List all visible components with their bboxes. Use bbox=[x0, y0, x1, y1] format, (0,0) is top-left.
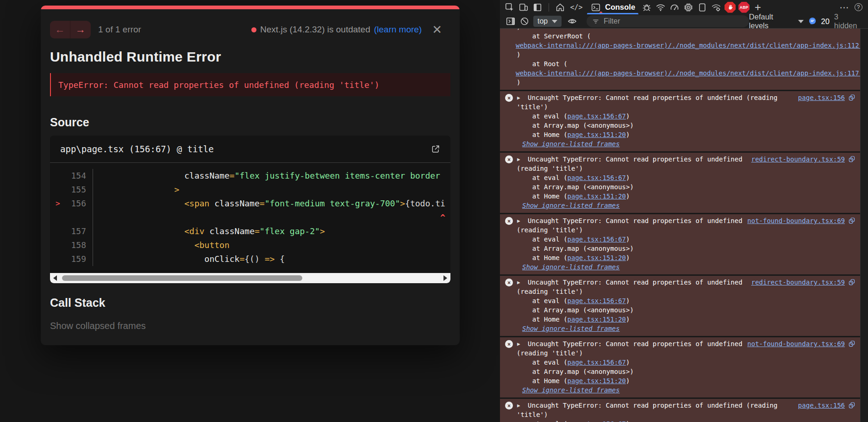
console-error-message: ×▶page.tsx:156Uncaught TypeError: Cannot… bbox=[500, 91, 860, 151]
code-text: ^ bbox=[93, 211, 450, 224]
scrollbar-thumb[interactable] bbox=[62, 275, 302, 281]
code-frame-header: app\page.tsx (156:67) @ title bbox=[50, 136, 450, 163]
stack-frame-link[interactable]: page.tsx:151:20 bbox=[568, 377, 626, 385]
debug-bug-icon[interactable] bbox=[640, 1, 654, 14]
stack-frame-line: at eval (page.tsx:156:67) bbox=[500, 173, 860, 182]
stack-frame-link[interactable]: page.tsx:156:67 bbox=[568, 297, 626, 304]
network-conditions-icon[interactable] bbox=[709, 1, 723, 14]
inspect-icon[interactable] bbox=[503, 1, 517, 14]
copy-icon[interactable] bbox=[848, 402, 856, 409]
issues-count[interactable]: 20 bbox=[821, 17, 830, 26]
memory-cpu-icon[interactable] bbox=[681, 1, 695, 14]
webpack-source-link[interactable]: webpack-internal:///(app-pages-browser)/… bbox=[516, 42, 860, 49]
show-ignore-listed-frames-link[interactable]: Show ignore-listed frames bbox=[522, 325, 620, 332]
expand-triangle-icon[interactable]: ▶ bbox=[517, 401, 520, 410]
expand-triangle-icon[interactable]: ▶ bbox=[517, 278, 520, 287]
console-toolbar-right: Default levels 20 3 hidden bbox=[749, 12, 864, 30]
stack-frame-link[interactable]: page.tsx:151:20 bbox=[568, 131, 626, 138]
expand-triangle-icon[interactable]: ▶ bbox=[517, 340, 520, 349]
source-file-link[interactable]: not-found-boundary.tsx:69 bbox=[747, 339, 845, 348]
stack-frame-link[interactable]: page.tsx:156:67 bbox=[568, 174, 626, 181]
error-count-icon: × bbox=[505, 94, 513, 102]
next-error-button[interactable]: → bbox=[70, 21, 91, 38]
javascript-context-dropdown[interactable]: top bbox=[533, 16, 562, 27]
stack-frame-link[interactable]: page.tsx:151:20 bbox=[568, 254, 626, 261]
webpack-source-link[interactable]: webpack-internal:///(app-pages-browser)/… bbox=[516, 69, 860, 77]
line-number: 155 bbox=[50, 183, 93, 197]
hidden-messages-count[interactable]: 3 hidden bbox=[834, 12, 862, 30]
adblock-abp-icon[interactable]: ABP bbox=[737, 1, 751, 14]
source-file-link[interactable]: redirect-boundary.tsx:59 bbox=[751, 155, 845, 164]
copy-icon[interactable] bbox=[848, 217, 856, 224]
stack-frame-line: at eval (page.tsx:156:67) bbox=[500, 419, 860, 422]
show-ignore-listed-frames: Show ignore-listed frames bbox=[500, 385, 860, 395]
clear-console-icon[interactable] bbox=[518, 15, 531, 28]
network-wifi-icon[interactable] bbox=[654, 1, 668, 14]
filter-input[interactable] bbox=[604, 17, 743, 25]
line-number: 157 bbox=[50, 224, 93, 238]
scroll-right-arrow-icon[interactable] bbox=[443, 275, 447, 281]
open-in-editor-icon[interactable] bbox=[431, 144, 440, 154]
stack-frame-line: at Home (page.tsx:151:20) bbox=[500, 315, 860, 324]
source-location: redirect-boundary.tsx:59 bbox=[751, 278, 856, 287]
performance-gauge-icon[interactable] bbox=[668, 1, 681, 14]
line-number: 159 bbox=[50, 252, 93, 266]
stack-frame-line: at eval (page.tsx:156:67) bbox=[500, 112, 860, 121]
stack-frame-link[interactable]: page.tsx:151:20 bbox=[568, 316, 626, 323]
add-tab-plus-icon[interactable]: + bbox=[751, 1, 765, 14]
console-error-stack-tail: ) at ServerRoot (webpack-internal:///(ap… bbox=[500, 29, 860, 90]
stack-frame-line: at eval (page.tsx:156:67) bbox=[500, 296, 860, 305]
more-options-icon[interactable]: ⋯ bbox=[837, 1, 851, 14]
dock-console-icon[interactable] bbox=[504, 15, 518, 28]
stack-frame-link[interactable]: page.tsx:156:67 bbox=[568, 420, 626, 422]
expand-triangle-icon[interactable]: ▶ bbox=[517, 217, 520, 226]
error-text-line: (reading 'title') bbox=[500, 287, 860, 296]
source-file-link[interactable]: redirect-boundary.tsx:59 bbox=[751, 278, 845, 287]
chevron-down-icon[interactable] bbox=[798, 20, 804, 23]
issues-bubble-icon[interactable] bbox=[808, 17, 817, 25]
scroll-left-arrow-icon[interactable] bbox=[53, 275, 57, 281]
device-emulation-icon[interactable] bbox=[517, 1, 531, 14]
default-levels-dropdown[interactable]: Default levels bbox=[749, 12, 793, 30]
stack-line: ) bbox=[500, 50, 860, 59]
source-file-link[interactable]: not-found-boundary.tsx:69 bbox=[747, 216, 845, 225]
copy-icon[interactable] bbox=[848, 155, 856, 163]
panel-layout-icon[interactable] bbox=[531, 1, 544, 14]
home-icon[interactable] bbox=[553, 1, 567, 14]
learn-more-link[interactable]: (learn more) bbox=[374, 25, 422, 35]
application-icon[interactable] bbox=[695, 1, 709, 14]
code-line: 155 > bbox=[50, 183, 450, 197]
stack-frame-link[interactable]: page.tsx:156:67 bbox=[568, 236, 626, 243]
stop-hand-extension-icon[interactable] bbox=[723, 1, 737, 14]
copy-icon[interactable] bbox=[848, 340, 856, 348]
nextjs-version-notice: Next.js (14.2.32) is outdated (learn mor… bbox=[251, 25, 422, 35]
stack-frame-link[interactable]: page.tsx:156:67 bbox=[568, 359, 626, 366]
code-horizontal-scrollbar[interactable] bbox=[50, 273, 450, 283]
source-file-link[interactable]: page.tsx:156 bbox=[798, 401, 845, 410]
show-ignore-listed-frames: Show ignore-listed frames bbox=[500, 201, 860, 210]
source-file-link[interactable]: page.tsx:156 bbox=[798, 93, 845, 102]
show-collapsed-frames[interactable]: Show collapsed frames bbox=[50, 321, 450, 331]
show-ignore-listed-frames-link[interactable]: Show ignore-listed frames bbox=[522, 263, 620, 271]
console-filter-field[interactable] bbox=[587, 15, 749, 27]
error-text-line: 'title') bbox=[500, 102, 860, 112]
live-expression-eye-icon[interactable] bbox=[565, 15, 579, 28]
expand-triangle-icon[interactable]: ▶ bbox=[517, 93, 520, 103]
copy-icon[interactable] bbox=[848, 279, 856, 286]
elements-code-icon[interactable]: </> bbox=[567, 1, 586, 14]
stack-frame-link[interactable]: page.tsx:156:67 bbox=[568, 112, 626, 120]
tab-console[interactable]: Console bbox=[586, 0, 640, 14]
previous-error-button[interactable]: ← bbox=[50, 21, 70, 38]
show-ignore-listed-frames-link[interactable]: Show ignore-listed frames bbox=[522, 202, 620, 209]
show-ignore-listed-frames-link[interactable]: Show ignore-listed frames bbox=[522, 386, 620, 394]
code-text: onClick={() => { bbox=[93, 252, 450, 266]
stack-line: webpack-internal:///(app-pages-browser)/… bbox=[500, 41, 860, 50]
devtools-vertical-scrollbar[interactable] bbox=[860, 29, 868, 422]
show-ignore-listed-frames-link[interactable]: Show ignore-listed frames bbox=[522, 140, 620, 148]
stack-frame-link[interactable]: page.tsx:151:20 bbox=[568, 192, 626, 200]
close-overlay-button[interactable]: ✕ bbox=[432, 24, 442, 36]
help-icon[interactable]: ? bbox=[851, 1, 865, 14]
stack-frame-line: at Array.map (<anonymous>) bbox=[500, 305, 860, 315]
expand-triangle-icon[interactable]: ▶ bbox=[517, 155, 520, 164]
copy-icon[interactable] bbox=[848, 94, 856, 101]
